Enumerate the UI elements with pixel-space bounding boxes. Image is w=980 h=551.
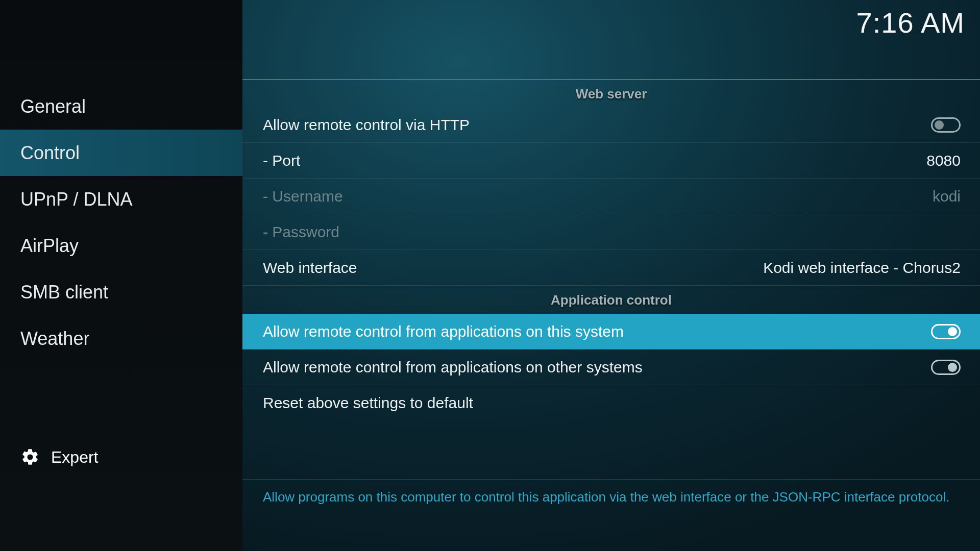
- toggle-local[interactable]: [931, 324, 961, 339]
- setting-label: - Username: [263, 188, 933, 205]
- sidebar-item-label: Weather: [20, 328, 89, 349]
- settings-level-label: Expert: [51, 448, 98, 467]
- setting-label: - Port: [263, 152, 926, 169]
- sidebar-items: GeneralControlUPnP / DLNAAirPlaySMB clie…: [0, 83, 242, 362]
- sidebar-item-label: Control: [20, 142, 80, 163]
- setting-label: Allow remote control from applications o…: [263, 323, 931, 340]
- sidebar-item-general[interactable]: General: [0, 83, 242, 130]
- sidebar-item-upnp[interactable]: UPnP / DLNA: [0, 176, 242, 222]
- setting-label: - Password: [263, 223, 961, 241]
- settings-panel: Web serverAllow remote control via HTTP-…: [242, 79, 980, 421]
- sidebar-item-smb[interactable]: SMB client: [0, 269, 242, 315]
- help-text: Allow programs on this computer to contr…: [242, 480, 980, 505]
- gear-icon: [20, 447, 40, 467]
- clock: 7:16 AM: [856, 6, 965, 39]
- sidebar-item-label: SMB client: [20, 282, 108, 303]
- setting-value: 8080: [926, 152, 961, 169]
- setting-value: kodi: [933, 188, 961, 205]
- toggle-knob: [948, 363, 957, 372]
- toggle-knob: [948, 327, 957, 336]
- toggle-http[interactable]: [931, 117, 961, 133]
- setting-value: Kodi web interface - Chorus2: [763, 259, 961, 277]
- section-header-webserver: Web server: [242, 79, 980, 107]
- toggle-knob: [935, 120, 944, 130]
- setting-label: Reset above settings to default: [263, 394, 961, 412]
- sidebar: GeneralControlUPnP / DLNAAirPlaySMB clie…: [0, 0, 242, 551]
- setting-row-local[interactable]: Allow remote control from applications o…: [242, 314, 980, 349]
- sidebar-item-airplay[interactable]: AirPlay: [0, 222, 242, 269]
- setting-row-user: - Usernamekodi: [242, 179, 980, 214]
- sidebar-item-label: AirPlay: [20, 235, 79, 256]
- setting-row-http[interactable]: Allow remote control via HTTP: [242, 107, 980, 143]
- toggle-other[interactable]: [931, 360, 961, 375]
- settings-level-button[interactable]: Expert: [20, 447, 98, 467]
- sidebar-item-label: UPnP / DLNA: [20, 189, 132, 210]
- setting-row-webui[interactable]: Web interfaceKodi web interface - Chorus…: [242, 250, 980, 286]
- setting-label: Allow remote control from applications o…: [263, 359, 931, 376]
- setting-label: Web interface: [263, 259, 763, 277]
- setting-row-other[interactable]: Allow remote control from applications o…: [242, 349, 980, 385]
- setting-row-port[interactable]: - Port8080: [242, 143, 980, 179]
- sidebar-item-weather[interactable]: Weather: [0, 315, 242, 362]
- setting-row-pass: - Password: [242, 214, 980, 250]
- setting-label: Allow remote control via HTTP: [263, 116, 931, 134]
- section-header-appcontrol: Application control: [242, 286, 980, 314]
- sidebar-item-control[interactable]: Control: [0, 130, 242, 176]
- sidebar-item-label: General: [20, 96, 86, 117]
- setting-row-reset[interactable]: Reset above settings to default: [242, 385, 980, 421]
